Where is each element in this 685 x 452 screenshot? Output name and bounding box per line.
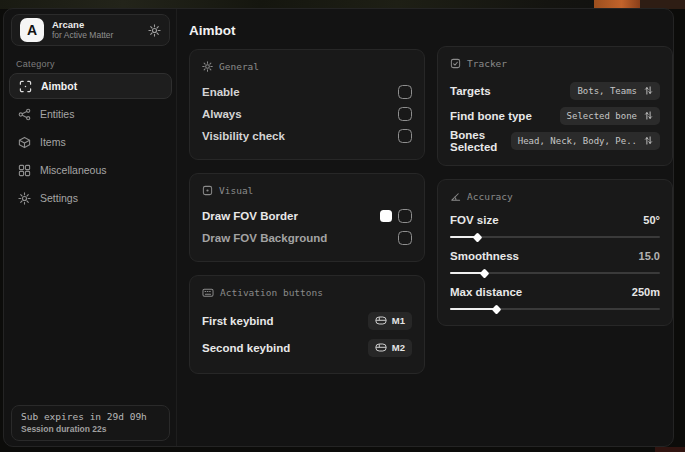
fov-background-checkbox[interactable] — [398, 231, 412, 245]
setting-label: Find bone type — [450, 110, 532, 122]
setting-label: Bones Selected — [450, 129, 511, 153]
angle-icon — [450, 191, 461, 202]
right-column: Tracker Targets Bots, Teams Find bone — [437, 46, 673, 339]
smoothness-slider-group: Smoothness 15.0 — [450, 247, 660, 274]
sidebar-item-items[interactable]: Items — [9, 129, 172, 155]
setting-label: Enable — [202, 86, 240, 98]
setting-label: Visibility check — [202, 130, 285, 142]
accuracy-card-header: Accuracy — [450, 191, 660, 202]
brand-subtitle: for Active Matter — [52, 31, 140, 41]
left-column: General Enable Always Visibility check — [189, 49, 425, 387]
sidebar-item-aimbot[interactable]: Aimbot — [9, 73, 172, 99]
smoothness-slider[interactable] — [450, 272, 660, 274]
keybind-value: M2 — [392, 342, 405, 353]
cheat-menu-window: A Arcane for Active Matter Category — [3, 8, 674, 447]
brand-text: Arcane for Active Matter — [52, 20, 140, 41]
setting-label: Second keybind — [202, 342, 290, 354]
always-checkbox[interactable] — [398, 107, 412, 121]
tracker-box-icon — [450, 58, 461, 69]
dropdown-value: Selected bone — [567, 111, 637, 121]
max-distance-slider[interactable] — [450, 308, 660, 310]
setting-row-targets: Targets Bots, Teams — [450, 78, 660, 103]
general-card-header: General — [202, 61, 412, 72]
brand-card: A Arcane for Active Matter — [11, 14, 170, 46]
entities-icon — [18, 108, 31, 121]
first-keybind-button[interactable]: M1 — [368, 312, 412, 330]
card-title: General — [219, 61, 259, 72]
category-label: Category — [16, 59, 55, 69]
keyboard-icon — [202, 287, 214, 298]
setting-row-fov-border: Draw FOV Border — [202, 205, 412, 227]
fov-border-checkbox[interactable] — [398, 209, 412, 223]
visual-card-header: Visual — [202, 185, 412, 196]
sidebar-item-label: Entities — [40, 108, 74, 120]
sidebar: A Arcane for Active Matter Category — [4, 9, 177, 446]
sidebar-item-entities[interactable]: Entities — [9, 101, 172, 127]
sidebar-item-label: Aimbot — [41, 80, 77, 92]
fov-size-slider[interactable] — [450, 236, 660, 238]
slider-value: 50° — [643, 214, 660, 226]
setting-label: Max distance — [450, 286, 522, 298]
setting-row-visibility-check: Visibility check — [202, 125, 412, 147]
setting-row-bones-selected: Bones Selected Head, Neck, Body, Pe.. — [450, 128, 660, 153]
setting-label: First keybind — [202, 315, 274, 327]
setting-label: Draw FOV Background — [202, 232, 327, 244]
mouse-icon — [375, 316, 387, 325]
find-bone-type-dropdown[interactable]: Selected bone — [560, 107, 660, 125]
general-card: General Enable Always Visibility check — [189, 49, 425, 160]
card-title: Tracker — [467, 58, 507, 69]
slider-thumb[interactable] — [473, 232, 483, 242]
visibility-check-checkbox[interactable] — [398, 129, 412, 143]
slider-thumb[interactable] — [492, 304, 502, 314]
card-title: Visual — [219, 185, 253, 196]
activation-card-header: Activation buttons — [202, 287, 412, 298]
slider-fill — [450, 272, 484, 274]
visual-card: Visual Draw FOV Border Draw FOV Backgrou… — [189, 173, 425, 262]
unfold-arrows-icon — [644, 85, 653, 96]
tracker-card-header: Tracker — [450, 58, 660, 69]
cube-icon — [18, 136, 31, 149]
setting-label: Draw FOV Border — [202, 210, 298, 222]
gear-icon — [18, 192, 31, 205]
activation-buttons-card: Activation buttons First keybind M1 — [189, 275, 425, 374]
enable-checkbox[interactable] — [398, 85, 412, 99]
general-sun-icon — [202, 61, 213, 72]
fov-border-color-swatch[interactable] — [380, 210, 392, 222]
brand-logo: A — [20, 18, 44, 42]
fov-size-slider-group: FOV size 50° — [450, 211, 660, 238]
bones-selected-dropdown[interactable]: Head, Neck, Body, Pe.. — [511, 132, 660, 150]
visual-frame-icon — [202, 185, 213, 196]
second-keybind-button[interactable]: M2 — [368, 339, 412, 357]
sidebar-item-miscellaneous[interactable]: Miscellaneous — [9, 157, 172, 183]
targets-dropdown[interactable]: Bots, Teams — [570, 82, 660, 100]
session-duration-text: Session duration 22s — [21, 424, 160, 434]
dropdown-value: Bots, Teams — [577, 86, 637, 96]
brand-name: Arcane — [52, 20, 140, 31]
sub-expiry-text: Sub expires in 29d 09h — [21, 411, 160, 422]
mouse-icon — [375, 343, 387, 352]
slider-thumb[interactable] — [479, 268, 489, 278]
accuracy-card: Accuracy FOV size 50° Smoothness — [437, 179, 673, 326]
setting-row-always: Always — [202, 103, 412, 125]
setting-label: Smoothness — [450, 250, 519, 262]
page-title: Aimbot — [189, 23, 236, 38]
aimbot-crosshair-icon — [19, 80, 32, 93]
setting-row-first-keybind: First keybind M1 — [202, 307, 412, 334]
settings-gear-icon[interactable] — [148, 24, 161, 37]
game-backdrop-smudge — [655, 447, 685, 452]
setting-row-second-keybind: Second keybind M2 — [202, 334, 412, 361]
card-title: Accuracy — [467, 191, 513, 202]
main-content: Aimbot General Enable — [178, 9, 673, 446]
card-title: Activation buttons — [220, 287, 323, 298]
sidebar-item-settings[interactable]: Settings — [9, 185, 172, 211]
setting-row-fov-background: Draw FOV Background — [202, 227, 412, 249]
grid-icon — [18, 164, 31, 177]
setting-label: Targets — [450, 85, 491, 97]
unfold-arrows-icon — [644, 110, 653, 121]
sidebar-item-label: Miscellaneous — [40, 164, 107, 176]
setting-row-find-bone-type: Find bone type Selected bone — [450, 103, 660, 128]
tracker-card: Tracker Targets Bots, Teams Find bone — [437, 46, 673, 166]
setting-label: Always — [202, 108, 242, 120]
dropdown-value: Head, Neck, Body, Pe.. — [518, 136, 637, 146]
category-nav: Aimbot Entities Items — [9, 73, 172, 213]
